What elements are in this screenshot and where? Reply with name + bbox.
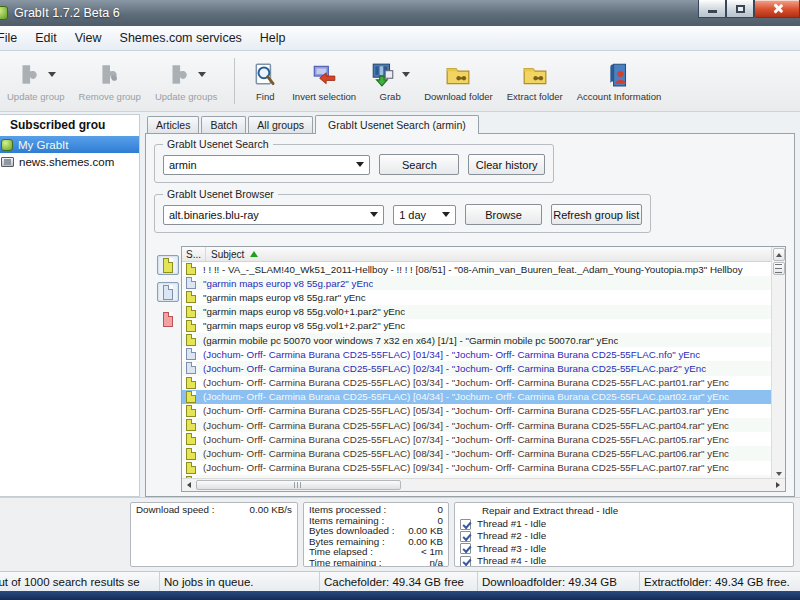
article-subject: (garmin mobile pc 50070 voor windows 7 x… [203,335,618,346]
toolbar-button-extract-folder[interactable]: Extract folder [500,58,570,105]
dropdown-caret-icon[interactable] [198,72,206,77]
toolbar-button-update-group[interactable]: Update group [0,58,72,105]
article-row[interactable]: (Jochum- Orff- Carmina Burana CD25-55FLA… [182,418,771,432]
article-row[interactable]: (Jochum- Orff- Carmina Burana CD25-55FLA… [182,347,771,361]
browse-button[interactable]: Browse [465,204,541,225]
tab-all-groups[interactable]: All groups [248,116,313,133]
toolbar-button-label: Update groups [155,91,217,102]
article-row[interactable]: (Jochum- Orff- Carmina Burana CD25-55FLA… [182,461,771,475]
toolbar-button-grab[interactable]: Grab [363,58,417,105]
grabit-node-icon [1,139,13,151]
article-row[interactable]: (Jochum- Orff- Carmina Burana CD25-55FLA… [182,446,771,460]
newsgroup-combobox[interactable]: alt.binaries.blu-ray [163,205,384,225]
filter-red-doc-button[interactable] [157,309,179,329]
yellow-document-icon [186,377,196,389]
dropdown-caret-icon[interactable] [48,72,56,77]
toolbar-button-account-information[interactable]: Account Information [570,58,669,105]
chevron-down-icon [356,162,364,167]
tab-articles[interactable]: Articles [147,116,199,133]
minimize-button[interactable] [698,0,726,18]
download-speed-panel: Download speed : 0.00 KB/s [130,502,298,567]
stat-label: Time remaining : [309,558,382,567]
refresh-group-list-button[interactable]: Refresh group list [551,204,642,225]
blue-document-icon [186,277,196,289]
menu-edit[interactable]: Edit [26,27,66,49]
statusbar-section-1: No jobs in queue. [160,572,320,591]
scroll-down-icon[interactable] [776,472,782,476]
horizontal-scrollbar[interactable] [182,478,785,491]
bottom-edge-strip [0,591,800,600]
sidebar-item-my-grabit[interactable]: My GrabIt [0,136,139,153]
menu-shemes-com-services[interactable]: Shemes.com services [111,27,251,49]
thread-list: Thread #1 - IdleThread #2 - IdleThread #… [460,518,788,567]
download-speed-value: 0.00 KB/s [250,505,292,516]
period-combobox[interactable]: 1 day [393,205,456,225]
tab-grabit-usenet-search-armin[interactable]: GrabIt Usenet Search (armin) [315,115,479,134]
chevron-down-icon [370,212,378,217]
usenet-search-groupbox: GrabIt Usenet Search armin Search Clear … [154,144,554,183]
window-controls [698,0,800,18]
thread-checkbox[interactable] [460,519,471,530]
thread-checkbox[interactable] [460,556,471,567]
clear-history-button[interactable]: Clear history [468,154,545,175]
status-column-header[interactable]: S... [182,247,206,261]
thread-checkbox[interactable] [460,531,471,542]
article-row[interactable]: "garmin maps europ v8 55g.rar" yEnc [182,290,771,304]
article-subject: "garmin maps europ v8 55g.vol0+1.par2" y… [203,306,405,317]
sidebar-item-news-shemes-com[interactable]: news.shemes.com [0,153,139,170]
article-row[interactable]: (Jochum- Orff- Carmina Burana CD25-55FLA… [182,361,771,375]
extract-folder-icon [522,62,548,88]
toolbar-button-label: Remove group [79,91,141,102]
toolbar-button-remove-group[interactable]: Remove group [72,58,148,105]
scroll-up-icon[interactable] [773,248,785,261]
toolbar-button-download-folder[interactable]: Download folder [417,58,500,105]
thread-row-thread-1-idle: Thread #1 - Idle [460,518,788,530]
article-row[interactable]: (Jochum- Orff- Carmina Burana CD25-55FLA… [182,376,771,390]
horizontal-scroll-thumb[interactable] [196,480,401,490]
article-row[interactable]: (Jochum- Orff- Carmina Burana CD25-55FLA… [182,432,771,446]
thread-checkbox[interactable] [460,543,471,554]
red-document-icon [163,312,173,327]
article-row[interactable]: ! ! !! - VA_-_SLAM!40_Wk51_2011-Hellboy … [182,262,771,276]
invert-selection-icon [311,62,337,88]
article-row[interactable]: "garmin maps europ v8 55g.par2" yEnc [182,276,771,290]
filter-blue-doc-button[interactable] [157,282,179,302]
thread-row-thread-4-idle: Thread #4 - Idle [460,555,788,567]
statusbar-section-2: Cachefolder: 49.34 GB free [320,572,478,591]
dropdown-caret-icon[interactable] [402,72,410,77]
usenet-search-label: GrabIt Usenet Search [163,138,273,150]
article-row[interactable]: "garmin maps europ v8 55g.vol1+2.par2" y… [182,319,771,333]
tree-item-label: news.shemes.com [19,156,114,168]
scroll-left-icon[interactable] [182,482,196,488]
toolbar-button-invert-selection[interactable]: Invert selection [285,58,363,105]
window-title: GrabIt 1.7.2 Beta 6 [14,6,120,20]
article-subject: (Jochum- Orff- Carmina Burana CD25-55FLA… [203,420,729,431]
statusbar-section-3: Downloadfolder: 49.34 GB [478,572,640,591]
column-options-icon[interactable] [773,262,785,275]
menu-help[interactable]: Help [251,27,295,49]
search-tab-panel: GrabIt Usenet Search armin Search Clear … [145,133,795,497]
tab-strip: ArticlesBatchAll groupsGrabIt Usenet Sea… [145,114,795,133]
article-row[interactable]: (Jochum- Orff- Carmina Burana CD25-55FLA… [182,390,771,404]
thread-row-thread-2-idle: Thread #2 - Idle [460,530,788,542]
menu-view[interactable]: View [66,27,111,49]
article-row[interactable]: "garmin maps europ v8 55g.vol0+1.par2" y… [182,305,771,319]
yellow-document-icon [186,306,196,318]
stat-label: Items processed : [309,505,386,516]
scroll-right-icon[interactable] [771,482,785,488]
tab-batch[interactable]: Batch [201,116,246,133]
subject-column-header[interactable]: Subject [206,249,785,260]
toolbar-button-update-groups[interactable]: Update groups [148,58,224,105]
article-row[interactable]: (garmin mobile pc 50070 voor windows 7 x… [182,333,771,347]
menu-file[interactable]: File [0,27,26,49]
article-row[interactable]: (Jochum- Orff- Carmina Burana CD25-55FLA… [182,404,771,418]
vertical-scrollbar[interactable] [771,247,785,478]
filter-yellow-doc-button[interactable] [157,255,179,275]
toolbar-button-find[interactable]: Find [245,58,285,105]
close-button[interactable] [754,0,800,18]
download-speed-label: Download speed : [136,505,214,516]
search-button[interactable]: Search [379,154,459,175]
search-query-combobox[interactable]: armin [163,155,370,175]
subscribed-groups-panel: Subscribed grou My GrabItnews.shemes.com [0,114,140,497]
maximize-button[interactable] [726,0,754,18]
